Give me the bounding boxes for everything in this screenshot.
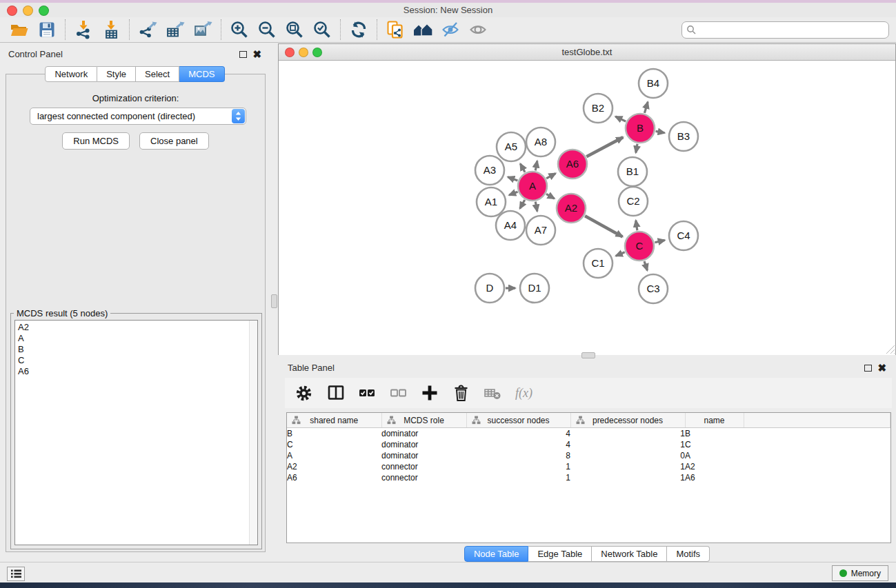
table-row[interactable]: A6connector11A6 (287, 472, 890, 483)
network-zoom-button[interactable] (312, 48, 322, 57)
graph-node-C4[interactable]: C4 (669, 221, 698, 250)
open-file-button[interactable] (6, 18, 33, 41)
zoom-window-button[interactable] (39, 6, 49, 16)
mcds-result-scrollbar[interactable] (249, 321, 257, 545)
network-canvas[interactable]: B4B2BB3A5A8A6B1A3AC2A1A2A4A7C4CC1C3DD1 (279, 61, 895, 355)
graph-node-A3[interactable]: A3 (475, 156, 504, 185)
cell[interactable]: B (287, 428, 381, 440)
close-window-button[interactable] (7, 6, 17, 16)
network-graph[interactable]: B4B2BB3A5A8A6B1A3AC2A1A2A4A7C4CC1C3DD1 (279, 61, 895, 355)
graph-node-A8[interactable]: A8 (526, 128, 555, 156)
cell[interactable]: connector (381, 461, 466, 472)
cell[interactable]: 4 (466, 428, 570, 440)
hide-panel-button[interactable] (437, 18, 464, 41)
export-image-button[interactable] (189, 18, 217, 41)
close-table-panel-icon[interactable]: ✖ (877, 365, 886, 372)
table-row[interactable]: Adominator80A (287, 450, 890, 461)
cell[interactable]: C (287, 439, 381, 450)
cell[interactable]: 8 (466, 450, 570, 461)
cell[interactable]: 1 (570, 461, 685, 472)
edge-A-A1[interactable] (509, 192, 517, 195)
export-table-button[interactable] (161, 18, 189, 41)
refresh-button[interactable] (345, 18, 372, 41)
cell[interactable]: dominator (381, 450, 466, 461)
graph-node-A1[interactable]: A1 (477, 187, 506, 216)
column-settings-button[interactable] (295, 384, 313, 403)
cell[interactable]: dominator (381, 439, 466, 450)
column-header-name[interactable]: name (685, 413, 744, 428)
cell[interactable]: B (685, 428, 744, 440)
select-all-button[interactable] (359, 384, 376, 402)
cell[interactable]: A (685, 450, 744, 461)
edge-A-A8[interactable] (535, 161, 537, 171)
cell[interactable]: 1 (570, 428, 685, 440)
network-minimize-button[interactable] (299, 48, 308, 57)
run-mcds-button[interactable]: Run MCDS (62, 132, 130, 150)
graph-node-B4[interactable]: B4 (639, 69, 668, 98)
edge-A6-B[interactable] (586, 137, 623, 156)
graph-node-B[interactable]: B (626, 114, 655, 143)
table-row[interactable]: Cdominator41C (287, 439, 890, 450)
graph-node-A2[interactable]: A2 (557, 194, 586, 223)
close-panel-icon[interactable]: ✖ (252, 51, 261, 58)
network-close-button[interactable] (285, 48, 295, 57)
delete-table-button[interactable] (484, 384, 501, 402)
edge-A-A7[interactable] (535, 202, 537, 212)
graph-node-A4[interactable]: A4 (496, 211, 525, 240)
edge-B-B3[interactable] (656, 131, 665, 132)
clone-network-button[interactable] (381, 18, 409, 41)
float-panel-icon[interactable] (239, 51, 247, 58)
cell[interactable]: 1 (570, 472, 685, 483)
close-panel-button[interactable]: Close panel (139, 132, 209, 150)
first-neighbors-button[interactable] (409, 18, 437, 41)
show-columns-button[interactable] (327, 384, 345, 402)
delete-button[interactable] (452, 384, 470, 403)
graph-node-C2[interactable]: C2 (619, 187, 648, 216)
search-input[interactable] (697, 24, 888, 35)
export-network-button[interactable] (134, 18, 161, 41)
result-list-item[interactable]: B (18, 344, 246, 355)
graph-node-D[interactable]: D (475, 274, 504, 303)
save-session-button[interactable] (33, 18, 61, 41)
graph-node-C3[interactable]: C3 (639, 274, 668, 303)
column-header-shared-name[interactable]: shared name (287, 413, 381, 428)
cell[interactable]: 0 (570, 450, 685, 461)
result-list-item[interactable]: A2 (18, 322, 246, 333)
task-history-button[interactable] (7, 567, 25, 581)
unselect-all-button[interactable] (390, 384, 407, 402)
add-button[interactable] (421, 384, 439, 402)
graph-node-B2[interactable]: B2 (584, 94, 613, 123)
float-table-panel-icon[interactable] (864, 365, 872, 372)
horizontal-splitter-handle[interactable] (581, 352, 595, 358)
edge-A-A6[interactable] (546, 174, 555, 179)
cell[interactable]: A6 (287, 472, 381, 483)
result-list-item[interactable]: C (18, 355, 246, 366)
zoom-out-button[interactable] (253, 18, 281, 41)
table-row[interactable]: Bdominator41B (287, 428, 890, 440)
function-builder-button[interactable]: f(x) (515, 386, 532, 401)
column-header-successor-nodes[interactable]: successor nodes (466, 413, 570, 428)
zoom-selected-button[interactable] (308, 18, 336, 41)
cell[interactable]: C (685, 439, 744, 450)
graph-node-A[interactable]: A (518, 172, 547, 201)
table-row[interactable]: A2connector11A2 (287, 461, 890, 472)
cell[interactable]: connector (381, 472, 466, 483)
graph-node-D1[interactable]: D1 (520, 274, 549, 303)
graph-node-C[interactable]: C (625, 232, 654, 261)
graph-node-B1[interactable]: B1 (618, 157, 647, 186)
import-table-button[interactable] (97, 18, 125, 41)
edge-A2-C[interactable] (585, 216, 622, 236)
memory-button[interactable]: Memory (832, 565, 888, 581)
graph-node-A7[interactable]: A7 (526, 216, 555, 245)
result-list-item[interactable]: A6 (18, 366, 246, 377)
edge-C-C4[interactable] (655, 240, 664, 242)
import-network-button[interactable] (70, 18, 97, 41)
tab-select[interactable]: Select (136, 66, 179, 82)
tab-mcds[interactable]: MCDS (179, 66, 224, 82)
edge-C-C3[interactable] (644, 261, 647, 270)
edge-B-B1[interactable] (636, 144, 637, 153)
tab-network-table[interactable]: Network Table (592, 546, 667, 562)
tab-style[interactable]: Style (97, 66, 136, 82)
cell[interactable]: 1 (570, 439, 685, 450)
edge-A-A4[interactable] (520, 200, 525, 209)
